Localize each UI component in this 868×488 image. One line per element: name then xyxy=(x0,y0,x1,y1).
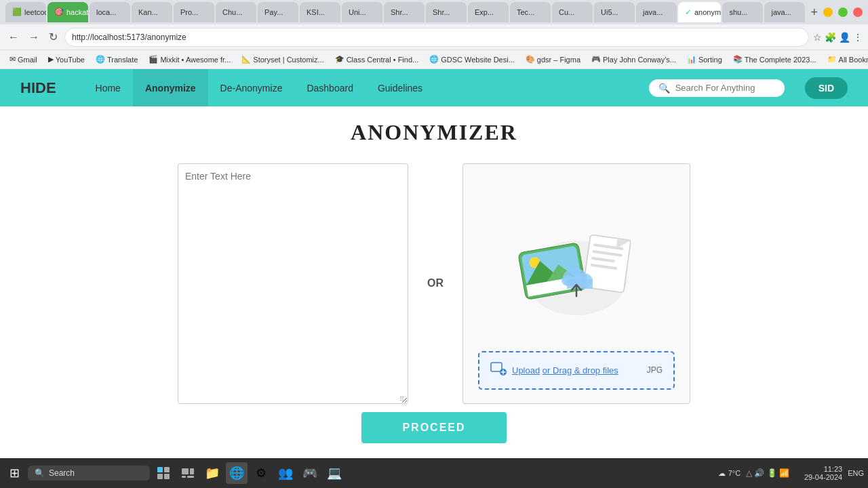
proceed-button[interactable]: PROCEED xyxy=(361,412,506,443)
nav-guidelines[interactable]: Guidelines xyxy=(366,69,435,106)
bookmark-label-complete: The Complete 2023... xyxy=(745,56,816,64)
start-button[interactable]: ⊞ xyxy=(4,463,25,483)
tab-hackathon[interactable]: 🎯 hackathon xyxy=(47,2,88,22)
back-button[interactable]: ← xyxy=(5,30,22,45)
svg-rect-28 xyxy=(190,468,194,474)
tab-java2[interactable]: java... xyxy=(764,2,805,22)
tab-label-leetcode: leetcode xyxy=(24,8,46,16)
tab-loca[interactable]: loca... xyxy=(90,2,130,22)
search-icon: 🔍 xyxy=(658,83,670,94)
taskbar-teams[interactable]: 👥 xyxy=(275,462,296,484)
resize-handle: ⠿ xyxy=(399,395,406,402)
svg-rect-23 xyxy=(157,467,163,472)
bookmark-mixkit[interactable]: 🎬 Mixkit • Awesome fr... xyxy=(144,54,235,65)
upload-link[interactable]: Upload xyxy=(512,365,540,375)
tab-exp[interactable]: Exp... xyxy=(468,2,509,22)
tab-tec[interactable]: Tec... xyxy=(510,2,551,22)
tab-label-cu: Cu... xyxy=(559,8,574,16)
svg-rect-24 xyxy=(164,467,170,472)
profile-icon[interactable]: 👤 xyxy=(839,32,850,43)
svg-rect-19 xyxy=(491,363,502,371)
weather-temp: 7°C xyxy=(728,469,741,477)
tab-favicon-hackathon: 🎯 xyxy=(54,7,64,17)
gdsc-icon: 🌐 xyxy=(429,55,439,64)
url-text: http://localhost:5173/anonymize xyxy=(72,33,186,42)
reload-button[interactable]: ↻ xyxy=(46,29,60,45)
taskbar-xbox[interactable]: 🎮 xyxy=(299,462,321,484)
extensions-icon[interactable]: 🧩 xyxy=(825,32,836,43)
forward-button[interactable]: → xyxy=(26,30,42,45)
tab-shr2[interactable]: Shr... xyxy=(426,2,467,22)
bookmark-sorting[interactable]: 📊 Sorting xyxy=(683,54,726,65)
new-tab-button[interactable]: + xyxy=(806,5,822,20)
upload-dropzone[interactable]: Upload or Drag & drop files JPG xyxy=(478,351,675,390)
taskbar-fileexplorer[interactable]: 📁 xyxy=(201,462,223,484)
bookmark-storyset[interactable]: 📐 Storyset | Customiz... xyxy=(237,54,328,65)
bookmark-star-icon[interactable]: ☆ xyxy=(813,32,822,43)
taskbar-widgets[interactable] xyxy=(153,462,174,484)
or-divider: OR xyxy=(408,277,462,289)
taskbar-code[interactable]: 💻 xyxy=(323,462,345,484)
tab-ui5[interactable]: Ui5... xyxy=(594,2,635,22)
taskbar-search-label: Search xyxy=(49,468,75,478)
tab-leetcode[interactable]: 🟩 leetcode xyxy=(5,2,46,22)
clock-time: 11:23 xyxy=(795,465,842,473)
tab-anonymize[interactable]: ✓ anonymize ✕ xyxy=(678,2,721,22)
bookmark-conway[interactable]: 🎮 Play John Conway's... xyxy=(587,54,680,65)
taskbar-search[interactable]: 🔍 Search xyxy=(28,466,150,481)
svg-rect-30 xyxy=(187,476,194,478)
svg-rect-26 xyxy=(164,474,170,479)
bookmark-label-translate: Translate xyxy=(107,56,138,64)
main-content: ANONYMIZER ⠿ OR xyxy=(0,106,868,470)
bookmarks-bar: ✉ Gmail ▶ YouTube 🌐 Translate 🎬 Mixkit •… xyxy=(0,50,868,69)
user-button[interactable]: SID xyxy=(805,77,848,99)
minimize-button[interactable] xyxy=(823,7,833,17)
tab-ksi[interactable]: KSI... xyxy=(300,2,340,22)
nav-deanonymize[interactable]: De-Anonymize xyxy=(208,69,295,106)
tab-bar: 🟩 leetcode 🎯 hackathon loca... Kan... Pr… xyxy=(0,0,868,24)
bookmark-all[interactable]: 📁 All Bookmarks xyxy=(823,54,868,65)
bookmark-complete[interactable]: 📚 The Complete 2023... xyxy=(729,54,821,65)
tab-label-chu: Chu... xyxy=(222,8,242,16)
tab-favicon-anonymize: ✓ xyxy=(685,7,692,17)
tab-label-loca: loca... xyxy=(96,8,116,16)
tab-java1[interactable]: java... xyxy=(636,2,677,22)
tab-shr1[interactable]: Shr... xyxy=(384,2,425,22)
search-input[interactable] xyxy=(675,83,770,93)
upload-add-icon xyxy=(490,361,507,380)
bookmark-youtube[interactable]: ▶ YouTube xyxy=(44,54,89,65)
taskbar-browser[interactable]: 🌐 xyxy=(226,462,248,484)
maximize-button[interactable] xyxy=(838,7,848,17)
tab-label-ksi: KSI... xyxy=(307,8,325,16)
bookmark-translate[interactable]: 🌐 Translate xyxy=(92,54,142,65)
taskbar-taskview[interactable] xyxy=(177,462,199,484)
tab-shu[interactable]: shu... xyxy=(722,2,763,22)
bookmark-gmail[interactable]: ✉ Gmail xyxy=(5,54,41,65)
bookmark-gdsc[interactable]: 🌐 GDSC Website Desi... xyxy=(425,54,519,65)
app-nav: Home Anonymize De-Anonymize Dashboard Gu… xyxy=(83,69,435,106)
tab-pay[interactable]: Pay... xyxy=(258,2,298,22)
tab-uni[interactable]: Uni... xyxy=(342,2,382,22)
bookmark-classcentral[interactable]: 🎓 Class Central • Find... xyxy=(331,54,423,65)
tab-label-java1: java... xyxy=(643,8,663,16)
taskbar-apps[interactable]: ⚙ xyxy=(250,462,272,484)
bookmark-label-mixkit: Mixkit • Awesome fr... xyxy=(160,56,231,64)
complete-icon: 📚 xyxy=(733,55,743,64)
nav-dashboard[interactable]: Dashboard xyxy=(294,69,366,106)
tab-kan[interactable]: Kan... xyxy=(132,2,172,22)
url-bar[interactable]: http://localhost:5173/anonymize xyxy=(64,28,809,47)
app-logo: HIDE xyxy=(20,79,56,97)
tab-cu[interactable]: Cu... xyxy=(552,2,593,22)
tab-chu[interactable]: Chu... xyxy=(216,2,256,22)
more-icon[interactable]: ⋮ xyxy=(853,32,863,43)
text-input[interactable] xyxy=(185,171,401,396)
close-button[interactable] xyxy=(853,7,863,17)
weather-widget[interactable]: ☁ 7°C xyxy=(718,469,741,478)
nav-anonymize[interactable]: Anonymize xyxy=(133,69,208,106)
tab-pro[interactable]: Pro... xyxy=(174,2,214,22)
bookmark-figma[interactable]: 🎨 gdsr – Figma xyxy=(521,54,585,65)
nav-home[interactable]: Home xyxy=(83,69,133,106)
bookmark-label-conway: Play John Conway's... xyxy=(603,56,676,64)
youtube-icon: ▶ xyxy=(48,55,54,64)
svg-rect-29 xyxy=(182,476,186,478)
